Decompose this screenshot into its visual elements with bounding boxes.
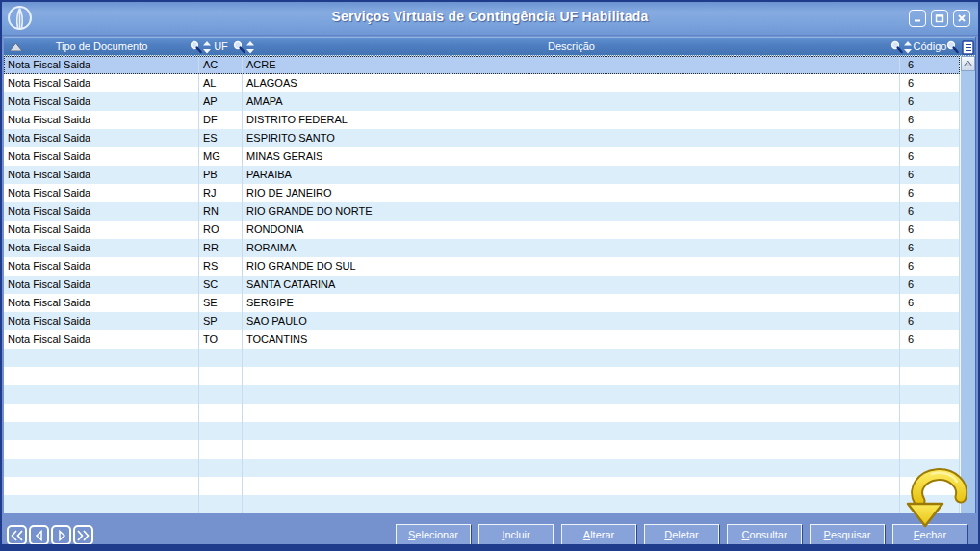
empty-row [4,422,960,440]
empty-cell [900,404,960,422]
cell-uf: RR [199,239,243,257]
fechar-button[interactable]: Fechar [892,524,967,545]
cell-uf: AP [199,92,243,111]
table-row[interactable]: Nota Fiscal SaidaESESPIRITO SANTO6 [4,129,960,147]
filter-magnifier-icon[interactable] [890,40,904,54]
cell-tipo: Nota Fiscal Saida [4,184,199,202]
deletar-button[interactable]: Deletar [644,524,719,545]
maximize-icon [934,13,945,24]
cell-uf: ES [199,129,243,147]
close-button[interactable] [953,10,970,27]
incluir-button[interactable]: Incluir [478,524,554,545]
cell-descricao: SAO PAULO [243,312,900,330]
cell-uf: RJ [199,184,243,202]
filter-magnifier-icon[interactable] [233,40,246,54]
table-row[interactable]: Nota Fiscal SaidaSESERGIPE6 [4,294,960,312]
table-row[interactable]: Nota Fiscal SaidaSPSAO PAULO6 [4,312,960,330]
column-label: Descrição [548,40,595,52]
window-title: Serviços Virtuais de Contingência UF Hab… [2,9,978,24]
empty-cell [900,422,960,440]
empty-cell [900,495,960,513]
cell-tipo: Nota Fiscal Saida [4,129,199,147]
column-label: Código [914,40,947,52]
cell-codigo: 6 [900,129,960,147]
consultar-button[interactable]: Consultar [727,524,802,545]
cell-tipo: Nota Fiscal Saida [4,312,199,330]
cell-uf: RS [199,257,243,276]
empty-cell [199,459,243,477]
cell-tipo: Nota Fiscal Saida [4,74,199,92]
maximize-button[interactable] [931,10,948,27]
cell-descricao: RIO GRANDE DO NORTE [243,202,900,221]
empty-cell [199,440,243,459]
empty-cell [4,349,199,367]
nav-next-button[interactable] [51,525,71,545]
scroll-up-button[interactable] [961,56,975,71]
empty-cell [4,422,199,440]
filter-magnifier-icon[interactable] [190,40,203,54]
table-row[interactable]: Nota Fiscal SaidaAPAMAPA6 [4,92,960,111]
empty-cell [199,477,243,495]
table-row[interactable]: Nota Fiscal SaidaRNRIO GRANDE DO NORTE6 [4,202,960,221]
cell-tipo: Nota Fiscal Saida [4,330,199,349]
column-label: Tipo de Documento [56,40,148,52]
table-row[interactable]: Nota Fiscal SaidaMGMINAS GERAIS6 [4,147,960,166]
cell-descricao: DISTRITO FEDERAL [243,111,900,129]
cell-tipo: Nota Fiscal Saida [4,221,199,239]
filter-magnifier-icon[interactable] [946,40,960,54]
cell-tipo: Nota Fiscal Saida [4,56,199,74]
cell-uf: MG [199,147,243,166]
empty-row [4,349,960,367]
table-row[interactable]: Nota Fiscal SaidaTOTOCANTINS6 [4,330,960,349]
sort-arrows-icon[interactable] [904,41,912,54]
column-options-icon[interactable] [962,40,974,55]
nav-first-button[interactable] [7,525,27,545]
record-navigator [7,525,93,545]
title-bar: Serviços Virtuais de Contingência UF Hab… [2,2,978,36]
empty-cell [4,459,199,477]
nav-previous-button[interactable] [29,525,49,545]
header-marker-icon[interactable] [10,43,22,51]
empty-cell [900,459,960,477]
table-row[interactable]: Nota Fiscal SaidaRORONDONIA6 [4,221,960,239]
cell-codigo: 6 [900,184,960,202]
action-buttons: SelecionarIncluirAlterarDeletarConsultar… [396,524,967,545]
table-row[interactable]: Nota Fiscal SaidaRJRIO DE JANEIRO6 [4,184,960,202]
sort-arrows-icon[interactable] [203,41,211,54]
table-row[interactable]: Nota Fiscal SaidaRSRIO GRANDE DO SUL6 [4,257,960,276]
cell-tipo: Nota Fiscal Saida [4,257,199,276]
table-row[interactable]: Nota Fiscal SaidaRRRORAIMA6 [4,239,960,257]
cell-tipo: Nota Fiscal Saida [4,166,199,184]
pesquisar-button[interactable]: Pesquisar [810,524,885,545]
cell-codigo: 6 [900,111,960,129]
column-header-descricao[interactable]: Descrição [243,38,900,55]
cell-descricao: AMAPA [243,92,900,111]
cell-codigo: 6 [900,330,960,349]
data-grid: Tipo de Documento UF [4,37,976,513]
sort-arrows-icon[interactable] [246,41,254,54]
table-row[interactable]: Nota Fiscal SaidaDFDISTRITO FEDERAL6 [4,111,960,129]
table-row[interactable]: Nota Fiscal SaidaPBPARAIBA6 [4,166,960,184]
selecionar-button[interactable]: Selecionar [396,524,471,545]
empty-row [4,385,960,404]
cell-descricao: RIO GRANDE DO SUL [243,257,900,276]
cell-descricao: RIO DE JANEIRO [243,184,900,202]
table-row[interactable]: Nota Fiscal SaidaSCSANTA CATARINA6 [4,276,960,294]
nav-last-button[interactable] [73,525,93,545]
vertical-scrollbar[interactable] [960,56,975,513]
table-row[interactable]: Nota Fiscal SaidaALALAGOAS6 [4,74,960,92]
cell-codigo: 6 [900,147,960,166]
cell-uf: PB [199,166,243,184]
minimize-button[interactable] [909,10,926,27]
empty-cell [243,495,900,513]
empty-cell [243,459,900,477]
alterar-button[interactable]: Alterar [561,524,636,545]
empty-cell [243,477,900,495]
window-bottom-border [2,544,978,549]
cell-uf: AC [199,56,243,74]
double-chevron-left-icon [10,529,24,542]
table-row[interactable]: Nota Fiscal SaidaACACRE6 [4,56,960,74]
column-header-tipo-de-documento[interactable]: Tipo de Documento [4,38,199,55]
empty-cell [900,477,960,495]
chevron-right-icon [55,529,68,542]
